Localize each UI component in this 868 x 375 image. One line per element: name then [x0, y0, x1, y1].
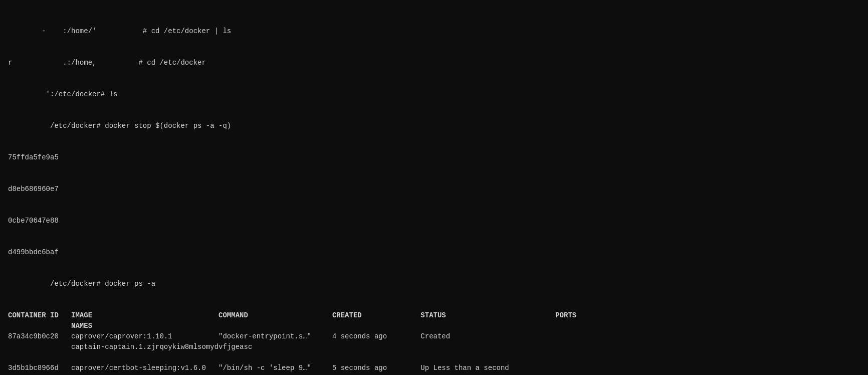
docker-row-1: 87a34c9b0c20 caprover/caprover:1.10.1 "d…: [8, 331, 860, 352]
terminal-line-9: /etc/docker# docker ps -a: [8, 279, 860, 289]
terminal-line-6: d8eb686960e7: [8, 184, 860, 195]
terminal-line-1: - :/home/' # cd /etc/docker | ls: [8, 26, 860, 37]
terminal-window: - :/home/' # cd /etc/docker | ls r .:/ho…: [8, 5, 860, 300]
docker-row-2: 3d5b1bc8966d caprover/certbot-sleeping:v…: [8, 363, 860, 375]
terminal-line-8: d499bbde6baf: [8, 247, 860, 258]
docker-ps-output: CONTAINER ID IMAGE COMMAND CREATED STATU…: [8, 300, 860, 375]
docker-ps-header: CONTAINER ID IMAGE COMMAND CREATED STATU…: [8, 311, 576, 330]
terminal-line-2: r .:/home, # cd /etc/docker: [8, 58, 860, 68]
terminal-line-5: 75ffda5fe9a5: [8, 152, 860, 163]
terminal-line-7: 0cbe70647e88: [8, 216, 860, 226]
terminal-line-4: /etc/docker# docker stop $(docker ps -a …: [8, 121, 860, 131]
terminal-line-3: ':/etc/docker# ls: [8, 89, 860, 100]
